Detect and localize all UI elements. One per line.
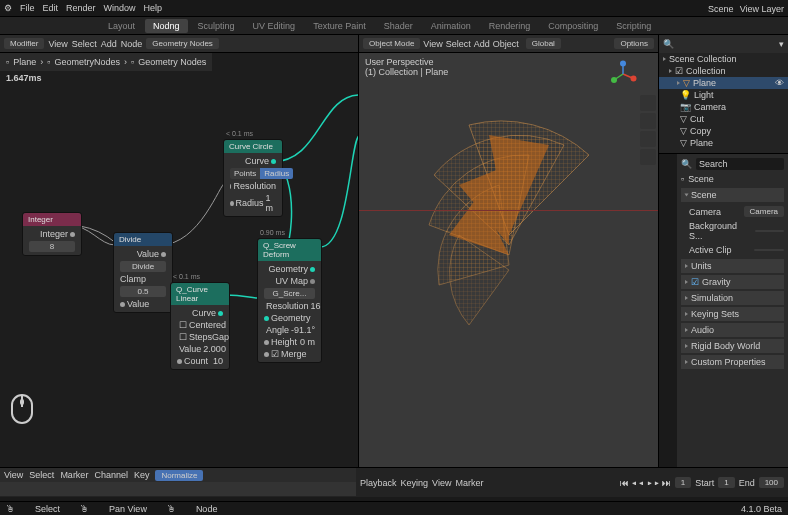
vp-object[interactable]: Object	[493, 39, 519, 49]
tab-texturepaint[interactable]: Texture Paint	[305, 19, 374, 33]
menu-render[interactable]: Render	[66, 3, 96, 13]
header-view[interactable]: View	[48, 39, 67, 49]
panel-units[interactable]: Units	[681, 259, 784, 273]
move-icon[interactable]	[640, 113, 656, 129]
stepsgap-check[interactable]: StepsGap	[189, 332, 229, 342]
tree-item-copy[interactable]: ▽Copy	[659, 125, 788, 137]
tab-compositing[interactable]: Compositing	[540, 19, 606, 33]
panel-scene[interactable]: Scene	[681, 188, 784, 202]
tl-keying[interactable]: Keying	[401, 478, 429, 488]
crumb-modifier[interactable]: GeometryNodes	[54, 57, 120, 67]
mode-radius[interactable]: Radius	[260, 168, 293, 179]
crumb-object[interactable]: Plane	[13, 57, 36, 67]
tl-view[interactable]: View	[432, 478, 451, 488]
gscrew-field[interactable]: G_Scre...	[264, 288, 315, 299]
dopesheet-editor[interactable]: View Select Marker Channel Key Normalize	[0, 467, 356, 497]
tree-item-plane2[interactable]: ▽Plane	[659, 137, 788, 149]
node-curve-linear[interactable]: < 0.1 ms Q_Curve Linear Curve ☐Centered …	[170, 282, 230, 370]
node-divide[interactable]: Divide Value Divide Clamp 0.5 Value	[113, 232, 173, 313]
camera-icon[interactable]	[640, 131, 656, 147]
count-field[interactable]: 10	[213, 356, 223, 366]
play-controls[interactable]: ⏮ ◀ ◀ ▶ ▶ ⏭	[620, 478, 671, 488]
options-button[interactable]: Options	[614, 38, 654, 49]
tl-marker[interactable]: Marker	[455, 478, 483, 488]
panel-rigid[interactable]: Rigid Body World	[681, 339, 784, 353]
dope-view[interactable]: View	[4, 470, 23, 480]
scene-selector[interactable]: Scene	[708, 4, 734, 14]
dope-select[interactable]: Select	[29, 470, 54, 480]
tree-item-camera[interactable]: 📷Camera	[659, 101, 788, 113]
camera-picker[interactable]: Camera	[744, 206, 784, 217]
angle-value[interactable]: -91.1°	[291, 325, 315, 335]
orientation-selector[interactable]: Global	[526, 38, 561, 49]
geometry-node-editor[interactable]: Modifier View Select Add Node Geometry N…	[0, 35, 358, 467]
zoom-icon[interactable]	[640, 95, 656, 111]
viewlayer-selector[interactable]: View Layer	[740, 4, 784, 14]
menu-help[interactable]: Help	[144, 3, 163, 13]
end-frame[interactable]: 100	[759, 477, 784, 488]
filter-icon[interactable]: ▾	[779, 39, 784, 49]
timeline-editor[interactable]: Playback Keying View Marker ⏮ ◀ ◀ ▶ ▶ ⏭ …	[356, 467, 788, 497]
tl-playback[interactable]: Playback	[360, 478, 397, 488]
frame-current[interactable]: 1	[675, 477, 691, 488]
tree-item-plane[interactable]: ▽Plane👁	[659, 77, 788, 89]
node-screw-deform[interactable]: 0.90 ms Q_Screw Deform Geometry UV Map G…	[257, 238, 322, 363]
centered-check[interactable]: Centered	[189, 320, 226, 330]
node-curve-circle[interactable]: < 0.1 ms Curve Circle Curve Points Radiu…	[223, 139, 283, 217]
node-integer[interactable]: Integer Integer 8	[22, 212, 82, 256]
bg-scene-picker[interactable]	[755, 230, 784, 232]
clamp-check[interactable]: Clamp	[120, 274, 146, 284]
properties-tabs[interactable]	[659, 154, 677, 467]
menu-window[interactable]: Window	[104, 3, 136, 13]
header-add[interactable]: Add	[101, 39, 117, 49]
dopesheet-tracks[interactable]	[0, 482, 356, 496]
integer-value[interactable]: 8	[29, 241, 75, 252]
height-value[interactable]: 0 m	[300, 337, 315, 347]
tree-collection[interactable]: ☑Collection	[659, 65, 788, 77]
props-search[interactable]: Search	[696, 158, 784, 170]
math-op[interactable]: Divide	[120, 261, 166, 272]
menu-file[interactable]: File	[20, 3, 35, 13]
tab-layout[interactable]: Layout	[100, 19, 143, 33]
tab-animation[interactable]: Animation	[423, 19, 479, 33]
tab-rendering[interactable]: Rendering	[481, 19, 539, 33]
tab-scripting[interactable]: Scripting	[608, 19, 659, 33]
3d-viewport[interactable]: Object Mode View Select Add Object Globa…	[358, 35, 658, 467]
dope-marker[interactable]: Marker	[60, 470, 88, 480]
perspective-icon[interactable]	[640, 149, 656, 165]
mode-selector[interactable]: Object Mode	[363, 38, 420, 49]
header-node[interactable]: Node	[121, 39, 143, 49]
search-icon[interactable]: 🔍	[663, 39, 674, 49]
divide-value[interactable]: 0.5	[120, 286, 166, 297]
res-value[interactable]: 16	[311, 301, 321, 311]
tab-shader[interactable]: Shader	[376, 19, 421, 33]
value-field[interactable]: 2.000	[203, 344, 226, 354]
navigation-gizmo[interactable]	[608, 59, 638, 89]
header-select[interactable]: Select	[72, 39, 97, 49]
modifier-dropdown[interactable]: Modifier	[4, 38, 44, 49]
dope-channel[interactable]: Channel	[94, 470, 128, 480]
panel-audio[interactable]: Audio	[681, 323, 784, 337]
tree-scene-collection[interactable]: Scene Collection	[659, 53, 788, 65]
menu-edit[interactable]: Edit	[43, 3, 59, 13]
tab-uvediting[interactable]: UV Editing	[245, 19, 304, 33]
panel-keying[interactable]: Keying Sets	[681, 307, 784, 321]
start-frame[interactable]: 1	[718, 477, 734, 488]
nodegroup-name[interactable]: Geometry Nodes	[146, 38, 218, 49]
normalize-button[interactable]: Normalize	[155, 470, 203, 481]
mode-points[interactable]: Points	[230, 168, 260, 179]
tab-nodng[interactable]: Nodng	[145, 19, 188, 33]
merge-check[interactable]: Merge	[281, 349, 307, 359]
radius-value[interactable]: 1 m	[266, 193, 276, 213]
outliner-tree[interactable]: Scene Collection ☑Collection ▽Plane👁 💡Li…	[659, 53, 788, 153]
vp-add[interactable]: Add	[474, 39, 490, 49]
scene-datablock[interactable]: Scene	[688, 174, 714, 184]
activeclip-picker[interactable]	[754, 249, 784, 251]
tree-item-light[interactable]: 💡Light	[659, 89, 788, 101]
vp-select[interactable]: Select	[446, 39, 471, 49]
tree-item-cut[interactable]: ▽Cut	[659, 113, 788, 125]
panel-gravity[interactable]: ☑Gravity	[681, 275, 784, 289]
tab-sculpting[interactable]: Sculpting	[190, 19, 243, 33]
panel-custom[interactable]: Custom Properties	[681, 355, 784, 369]
vp-view[interactable]: View	[423, 39, 442, 49]
